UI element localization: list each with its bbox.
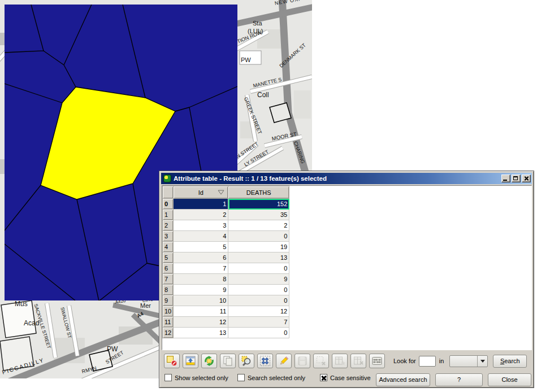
table-row[interactable]: 5 6 13 [163,252,289,263]
sort-descending-icon [218,190,224,195]
search-selected-only-checkbox[interactable] [237,374,245,381]
save-edits-button[interactable] [295,354,310,368]
cell-id[interactable]: 4 [174,231,228,242]
cell-deaths[interactable]: 0 [228,231,289,242]
row-header[interactable]: 3 [163,231,174,242]
row-header[interactable]: 7 [163,274,174,285]
table-row[interactable]: 2 3 2 [163,220,289,231]
map-label: PW [241,57,251,63]
table-row[interactable]: 4 5 19 [163,242,289,252]
case-sensitive-checkbox[interactable] [320,374,327,381]
row-header[interactable]: 6 [163,263,174,274]
cell-deaths[interactable]: 35 [228,210,289,220]
cell-deaths[interactable]: 9 [228,274,289,285]
search-button[interactable]: Search [493,355,527,368]
map-label: Mer [140,303,151,309]
field-calculator-button[interactable] [369,354,385,368]
cell-deaths[interactable]: 13 [228,252,289,263]
select-features-icon [259,355,271,367]
delete-features-button[interactable] [313,354,329,368]
checkbox-label: Case sensitive [330,374,371,381]
column-header-deaths[interactable]: DEATHS [228,186,289,199]
cell-deaths[interactable]: 19 [228,242,289,252]
save-icon [297,355,308,367]
table-row[interactable]: 3 4 0 [163,231,289,242]
dropdown-arrow-icon[interactable] [477,356,487,367]
cell-id[interactable]: 12 [174,317,228,328]
cell-id[interactable]: 13 [174,328,228,338]
delete-selection-icon [315,355,327,367]
row-header[interactable]: 4 [163,242,174,252]
field-dropdown[interactable] [449,355,488,367]
cell-id[interactable]: 5 [174,242,228,252]
table-row[interactable]: 9 10 0 [163,295,289,306]
cell-id[interactable]: 10 [174,295,228,306]
table-row[interactable]: 10 11 12 [163,306,289,317]
cell-deaths[interactable]: 2 [228,220,289,231]
screen: NEW OXFORD Sta (LUL) TION ROW PW DENMARK… [0,0,537,392]
cell-id[interactable]: 8 [174,274,228,285]
row-header[interactable]: 11 [163,317,174,328]
abacus-icon [371,355,383,367]
cell-deaths[interactable]: 12 [228,306,289,317]
cell-deaths[interactable]: 0 [228,285,289,295]
in-label: in [439,358,444,364]
map-label: Mus [15,300,28,307]
cell-deaths[interactable]: 0 [228,328,289,338]
help-button[interactable]: ? [435,373,483,386]
row-header[interactable]: 1 [163,210,174,220]
column-header-id[interactable]: Id [174,186,228,199]
minimize-button[interactable] [501,175,510,182]
close-button[interactable] [522,175,531,182]
cell-deaths[interactable]: 7 [228,317,289,328]
move-selection-to-top-button[interactable] [183,354,198,368]
cell-id[interactable]: 7 [174,263,228,274]
cell-id[interactable]: 3 [174,220,228,231]
row-header[interactable]: 12 [163,328,174,338]
delete-column-icon [353,355,364,367]
table-row[interactable]: 8 9 0 [163,285,289,295]
table-row[interactable]: 6 7 0 [163,263,289,274]
row-header[interactable]: 10 [163,306,174,317]
copy-rows-button[interactable] [220,354,236,368]
cell-deaths[interactable]: 0 [228,295,289,306]
cell-id[interactable]: 11 [174,306,228,317]
new-column-icon [334,355,345,367]
cell-id[interactable]: 6 [174,252,228,263]
table-row[interactable]: 12 13 0 [163,328,289,338]
invert-selection-button[interactable] [201,354,217,368]
table-viewport[interactable]: Id DEATHS 0 1 152 1 2 35 2 3 2 [162,185,532,350]
table-row[interactable]: 0 1 152 [163,199,289,210]
close-dialog-button[interactable]: Close [488,373,531,386]
cell-id[interactable]: 1 [174,199,228,210]
minimize-icon [503,180,507,181]
show-selected-only-checkbox[interactable] [164,374,172,381]
advanced-search-button[interactable]: Advanced search [376,373,430,386]
table-row[interactable]: 7 8 9 [163,274,289,285]
table-row[interactable]: 11 12 7 [163,317,289,328]
maximize-button[interactable] [512,175,521,182]
row-header[interactable]: 0 [163,199,174,210]
current-cell[interactable]: 152 [228,199,289,210]
toggle-editing-button[interactable] [276,354,292,368]
move-selection-to-top-icon [185,355,196,367]
corner-header[interactable] [163,186,174,199]
new-column-button[interactable] [332,354,348,368]
select-features-button[interactable] [257,354,273,368]
zoom-to-selection-button[interactable] [239,354,254,368]
checkbox-label: Search selected only [248,374,305,381]
row-header[interactable]: 2 [163,220,174,231]
row-header[interactable]: 9 [163,295,174,306]
attribute-table-window: Attribute table - Result :: 1 / 13 featu… [159,171,534,388]
cell-id[interactable]: 2 [174,210,228,220]
delete-column-button[interactable] [350,354,366,368]
cell-id[interactable]: 9 [174,285,228,295]
cell-deaths[interactable]: 0 [228,263,289,274]
row-header[interactable]: 5 [163,252,174,263]
look-for-input[interactable] [419,356,436,367]
unselect-all-button[interactable] [164,354,180,368]
pencil-icon [278,355,289,367]
titlebar[interactable]: Attribute table - Result :: 1 / 13 featu… [161,173,532,184]
row-header[interactable]: 8 [163,285,174,295]
table-row[interactable]: 1 2 35 [163,210,289,220]
